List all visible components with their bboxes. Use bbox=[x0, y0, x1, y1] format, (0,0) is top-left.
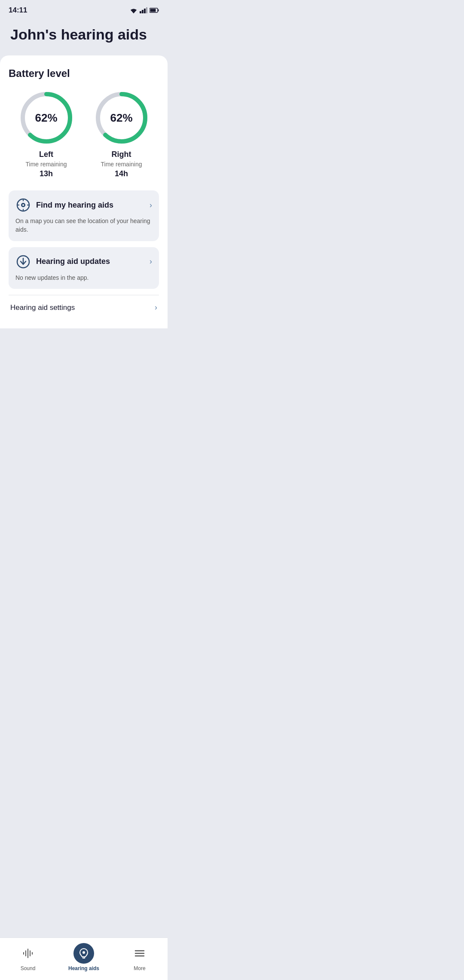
battery-right-time-value: 14h bbox=[115, 169, 128, 178]
find-card-title-row: Find my hearing aids bbox=[15, 197, 113, 213]
battery-left-label: Left bbox=[39, 150, 53, 159]
status-time: 14:11 bbox=[9, 6, 27, 15]
status-icons bbox=[130, 7, 159, 13]
updates-icon bbox=[15, 254, 31, 270]
battery-right-time-label: Time remaining bbox=[101, 161, 142, 168]
svg-rect-3 bbox=[142, 10, 143, 13]
svg-rect-5 bbox=[146, 7, 147, 13]
hearing-aid-updates-card[interactable]: Hearing aid updates › No new updates in … bbox=[9, 247, 159, 289]
settings-row-chevron: › bbox=[155, 303, 157, 312]
svg-rect-8 bbox=[150, 9, 156, 12]
hearing-aid-settings-row[interactable]: Hearing aid settings › bbox=[9, 295, 159, 320]
status-bar: 14:11 bbox=[0, 0, 168, 18]
battery-right-label: Right bbox=[112, 150, 131, 159]
svg-rect-7 bbox=[158, 9, 159, 12]
find-hearing-aids-card[interactable]: Find my hearing aids › On a map you can … bbox=[9, 190, 159, 241]
find-card-title: Find my hearing aids bbox=[36, 201, 113, 210]
battery-right-circle: 62% bbox=[94, 90, 150, 146]
updates-card-title: Hearing aid updates bbox=[36, 257, 110, 266]
find-icon bbox=[15, 197, 31, 213]
battery-container: 62% Left Time remaining 13h 62% Right Ti… bbox=[9, 90, 159, 178]
updates-card-chevron: › bbox=[150, 257, 152, 266]
find-card-chevron: › bbox=[150, 201, 152, 210]
battery-right: 62% Right Time remaining 14h bbox=[94, 90, 150, 178]
battery-right-percent: 62% bbox=[110, 111, 132, 125]
signal-icon bbox=[140, 7, 147, 13]
page-title-area: John's hearing aids bbox=[0, 18, 168, 55]
battery-section-title: Battery level bbox=[9, 67, 159, 80]
updates-card-title-row: Hearing aid updates bbox=[15, 254, 110, 270]
svg-point-15 bbox=[22, 204, 24, 206]
updates-card-header: Hearing aid updates › bbox=[15, 254, 152, 270]
page-title: John's hearing aids bbox=[10, 27, 157, 43]
find-card-description: On a map you can see the location of you… bbox=[15, 217, 152, 234]
battery-left: 62% Left Time remaining 13h bbox=[18, 90, 74, 178]
svg-rect-2 bbox=[140, 11, 141, 13]
battery-left-time-label: Time remaining bbox=[26, 161, 67, 168]
main-card: Battery level 62% Left Time remaining 13… bbox=[0, 55, 168, 328]
svg-rect-4 bbox=[144, 9, 146, 13]
battery-left-percent: 62% bbox=[35, 111, 57, 125]
find-card-header: Find my hearing aids › bbox=[15, 197, 152, 213]
battery-status-icon bbox=[150, 8, 159, 13]
updates-card-description: No new updates in the app. bbox=[15, 274, 152, 282]
wifi-icon bbox=[130, 7, 137, 13]
battery-left-time-value: 13h bbox=[40, 169, 53, 178]
settings-row-title: Hearing aid settings bbox=[10, 303, 75, 312]
battery-left-circle: 62% bbox=[18, 90, 74, 146]
